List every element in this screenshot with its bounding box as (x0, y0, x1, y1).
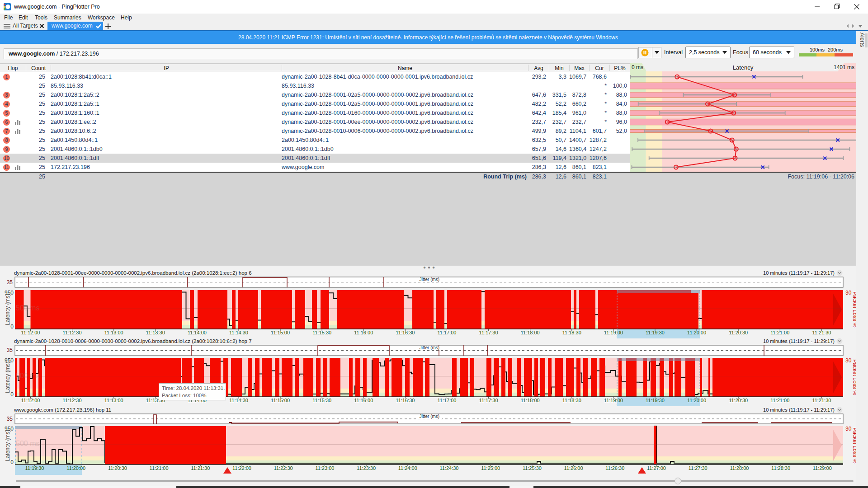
svg-text:35: 35 (7, 347, 13, 353)
svg-text:11:21:00: 11:21:00 (150, 465, 169, 471)
svg-text:www.google.com (172.217.23.196: www.google.com (172.217.23.196) hop 11 (14, 407, 111, 413)
svg-text:11:16:00: 11:16:00 (354, 330, 373, 335)
svg-text:35: 35 (7, 279, 13, 286)
svg-text:11:16:00: 11:16:00 (354, 398, 373, 403)
svg-text:11:20:00: 11:20:00 (66, 465, 85, 471)
svg-text:11:25:30: 11:25:30 (523, 465, 542, 471)
svg-text:11:18:30: 11:18:30 (562, 398, 581, 403)
svg-text:10 minutes (11:19:17 - 11:29:1: 10 minutes (11:19:17 - 11:29:17) (763, 270, 835, 276)
svg-text:11:27:00: 11:27:00 (647, 465, 666, 471)
svg-text:11:15:00: 11:15:00 (271, 330, 290, 335)
svg-text:30: 30 (845, 290, 852, 296)
svg-text:11:26:30: 11:26:30 (605, 465, 624, 471)
svg-text:11:15:30: 11:15:30 (312, 330, 331, 335)
svg-text:11:17:00: 11:17:00 (437, 398, 456, 403)
svg-text:0: 0 (10, 391, 14, 398)
svg-text:11:19:30: 11:19:30 (646, 330, 665, 335)
svg-text:0: 0 (10, 324, 14, 330)
svg-text:11:20:30: 11:20:30 (729, 398, 748, 403)
svg-text:Latency: Latency (733, 64, 754, 71)
svg-text:11:21:30: 11:21:30 (812, 330, 831, 335)
svg-text:11:23:00: 11:23:00 (315, 465, 334, 471)
svg-text:11:27:30: 11:27:30 (689, 465, 708, 471)
svg-text:11:23:30: 11:23:30 (357, 465, 376, 471)
svg-text:11:21:00: 11:21:00 (770, 398, 789, 403)
svg-text:30: 30 (845, 357, 852, 364)
svg-text:11:12:00: 11:12:00 (21, 398, 40, 403)
svg-text:11:21:30: 11:21:30 (191, 465, 210, 471)
svg-text:11:14:00: 11:14:00 (188, 330, 207, 335)
svg-text:500 ms: 500 ms (16, 440, 39, 447)
svg-text:Jitter (ms): Jitter (ms) (420, 277, 439, 282)
svg-text:11:18:00: 11:18:00 (521, 398, 540, 403)
svg-text:11:19:30: 11:19:30 (25, 465, 44, 471)
svg-text:11:28:00: 11:28:00 (730, 465, 749, 471)
svg-text:11:17:00: 11:17:00 (437, 330, 456, 335)
svg-text:11:29:00: 11:29:00 (813, 465, 832, 471)
svg-text:11:19:00: 11:19:00 (604, 398, 623, 403)
svg-text:11:12:30: 11:12:30 (63, 398, 82, 403)
svg-text:11:15:30: 11:15:30 (312, 398, 331, 403)
svg-text:11:20:00: 11:20:00 (687, 398, 706, 403)
svg-text:11:13:00: 11:13:00 (104, 330, 123, 335)
svg-text:30: 30 (845, 426, 852, 432)
svg-text:11:17:30: 11:17:30 (479, 398, 498, 403)
svg-text:Jitter (ms): Jitter (ms) (420, 345, 439, 350)
svg-text:11:16:30: 11:16:30 (396, 330, 415, 335)
svg-text:11:13:00: 11:13:00 (104, 398, 123, 403)
svg-text:0 ms: 0 ms (632, 64, 643, 70)
svg-text:11:24:00: 11:24:00 (398, 465, 417, 471)
svg-text:35: 35 (7, 416, 13, 422)
svg-text:11:24:30: 11:24:30 (439, 465, 458, 471)
svg-text:11:17:30: 11:17:30 (479, 330, 498, 335)
svg-text:11:22:00: 11:22:00 (232, 465, 251, 471)
svg-text:1401 ms: 1401 ms (834, 64, 854, 70)
svg-text:11:21:30: 11:21:30 (812, 398, 831, 403)
svg-text:11:14:30: 11:14:30 (229, 330, 248, 335)
svg-text:10 minutes (11:19:17 - 11:29:1: 10 minutes (11:19:17 - 11:29:17) (763, 407, 835, 413)
svg-text:11:12:00: 11:12:00 (21, 330, 40, 335)
svg-text:11:13:30: 11:13:30 (146, 330, 165, 335)
svg-text:11:19:00: 11:19:00 (604, 330, 623, 335)
svg-text:11:20:30: 11:20:30 (729, 330, 748, 335)
svg-text:Latency (ms): Latency (ms) (5, 361, 11, 393)
svg-text:Latency (ms): Latency (ms) (5, 430, 11, 461)
svg-text:11:12:30: 11:12:30 (63, 330, 82, 335)
svg-text:500 ms: 500 ms (16, 372, 39, 380)
svg-text:11:22:30: 11:22:30 (274, 465, 293, 471)
svg-text:11:25:00: 11:25:00 (481, 465, 500, 471)
svg-text:11:20:00: 11:20:00 (687, 330, 706, 335)
svg-text:11:26:00: 11:26:00 (564, 465, 583, 471)
svg-text:0: 0 (10, 459, 14, 465)
svg-text:dynamic-2a00-1028-0001-00ee-00: dynamic-2a00-1028-0001-00ee-0000-0000-00… (14, 270, 252, 276)
svg-text:11:21:00: 11:21:00 (770, 330, 789, 335)
svg-text:11:18:30: 11:18:30 (562, 330, 581, 335)
svg-text:11:15:00: 11:15:00 (271, 398, 290, 403)
svg-text:11:28:30: 11:28:30 (771, 465, 790, 471)
svg-text:500 ms: 500 ms (16, 304, 39, 312)
svg-text:11:20:30: 11:20:30 (108, 465, 127, 471)
svg-text:Latency (ms): Latency (ms) (5, 294, 11, 325)
svg-text:11:16:30: 11:16:30 (396, 398, 415, 403)
svg-text:11:14:30: 11:14:30 (229, 398, 248, 403)
svg-text:11:19:30: 11:19:30 (646, 398, 665, 403)
svg-text:Jitter (ms): Jitter (ms) (420, 414, 439, 419)
svg-text:dynamic-2a00-1028-0010-0006-00: dynamic-2a00-1028-0010-0006-0000-0000-00… (14, 338, 252, 344)
svg-text:11:18:00: 11:18:00 (521, 330, 540, 335)
svg-text:10 minutes (11:19:17 - 11:29:1: 10 minutes (11:19:17 - 11:29:17) (763, 338, 835, 344)
